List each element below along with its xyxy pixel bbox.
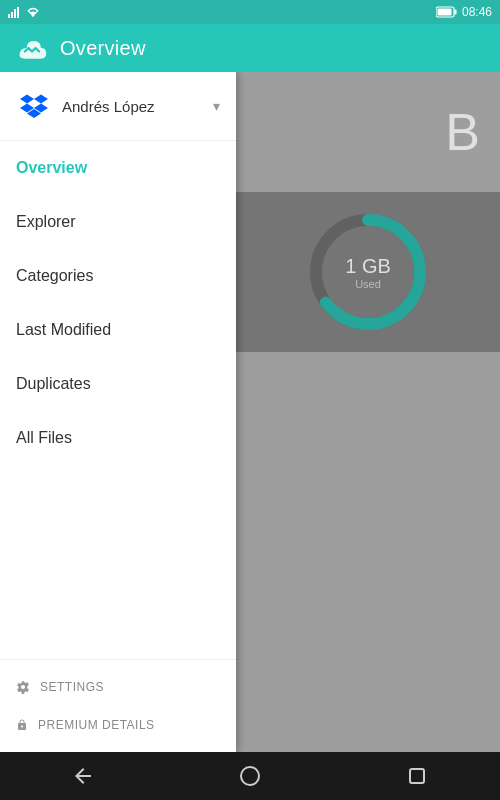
- content-top: B: [236, 72, 500, 192]
- battery-icon: [436, 6, 458, 18]
- app-bar-title: Overview: [60, 37, 146, 60]
- account-header[interactable]: Andrés López ▾: [0, 72, 236, 141]
- donut-label: Used: [345, 278, 391, 290]
- recent-apps-icon: [405, 764, 429, 788]
- app-bar: Overview: [0, 24, 500, 72]
- recent-apps-button[interactable]: [387, 752, 447, 800]
- svg-rect-6: [454, 10, 456, 15]
- dropbox-icon: [16, 88, 52, 124]
- svg-rect-3: [17, 7, 19, 18]
- nav-item-overview[interactable]: Overview: [0, 141, 236, 195]
- back-button[interactable]: [53, 752, 113, 800]
- nav-item-explorer[interactable]: Explorer: [0, 195, 236, 249]
- drawer: Andrés López ▾ Overview Explorer Categor…: [0, 72, 236, 752]
- content-middle: 1 GB Used: [236, 192, 500, 352]
- cloud-logo-icon: [16, 32, 48, 64]
- settings-label: SETTINGS: [40, 680, 104, 694]
- donut-chart: 1 GB Used: [303, 207, 433, 337]
- settings-icon: [16, 680, 30, 694]
- content-bottom: [236, 352, 500, 752]
- lock-icon: [16, 718, 28, 732]
- home-icon: [238, 764, 262, 788]
- nav-item-duplicates[interactable]: Duplicates: [0, 357, 236, 411]
- home-button[interactable]: [220, 752, 280, 800]
- svg-point-4: [32, 14, 35, 17]
- main-layout: Andrés López ▾ Overview Explorer Categor…: [0, 72, 500, 752]
- svg-rect-8: [16, 88, 52, 124]
- svg-rect-1: [11, 12, 13, 18]
- premium-details-label: PREMIUM DETAILS: [38, 718, 155, 732]
- svg-rect-7: [437, 9, 451, 16]
- nav-bottom: SETTINGS PREMIUM DETAILS: [0, 659, 236, 752]
- donut-value: 1 GB: [345, 255, 391, 278]
- time-display: 08:46: [462, 5, 492, 19]
- dropdown-arrow-icon[interactable]: ▾: [213, 98, 220, 114]
- premium-details-item[interactable]: PREMIUM DETAILS: [0, 706, 236, 744]
- back-icon: [71, 764, 95, 788]
- svg-rect-2: [14, 9, 16, 18]
- account-name: Andrés López: [62, 98, 213, 115]
- content-area: B 1 GB Used: [236, 72, 500, 752]
- nav-item-last-modified[interactable]: Last Modified: [0, 303, 236, 357]
- nav-list: Overview Explorer Categories Last Modifi…: [0, 141, 236, 659]
- status-bar: 08:46: [0, 0, 500, 24]
- status-bar-left: [8, 6, 40, 18]
- wifi-icon: [26, 6, 40, 18]
- svg-point-11: [241, 767, 259, 785]
- svg-rect-12: [410, 769, 424, 783]
- bottom-nav: [0, 752, 500, 800]
- status-bar-right: 08:46: [436, 5, 492, 19]
- signal-icon: [8, 6, 22, 18]
- settings-item[interactable]: SETTINGS: [0, 668, 236, 706]
- nav-item-categories[interactable]: Categories: [0, 249, 236, 303]
- content-top-text: B: [445, 102, 480, 162]
- svg-rect-0: [8, 14, 10, 18]
- donut-center: 1 GB Used: [345, 255, 391, 290]
- nav-item-all-files[interactable]: All Files: [0, 411, 236, 465]
